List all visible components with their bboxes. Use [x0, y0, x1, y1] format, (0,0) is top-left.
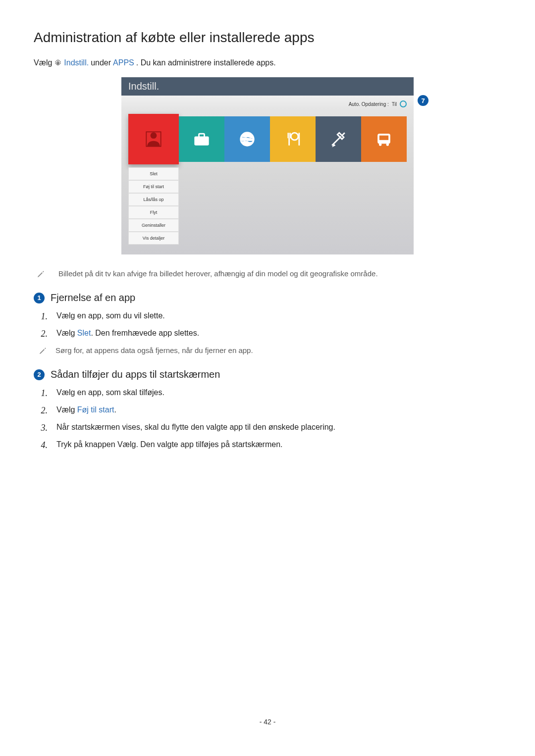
badge-7: 7 — [418, 95, 428, 106]
context-menu: Slet Føj til start Lås/lås op Flyt Genin… — [128, 167, 179, 245]
step-text: Vælg en app, som skal tilføjes. — [56, 388, 164, 397]
bus-icon — [373, 128, 395, 150]
photo-person-icon — [143, 128, 164, 150]
section-2-steps: 1. Vælg en app, som skal tilføjes. 2. Væ… — [39, 388, 501, 451]
intro-settings-link: Indstill. — [64, 58, 89, 67]
subnote-text: Sørg for, at appens data også fjernes, n… — [55, 346, 253, 354]
globe-icon — [236, 128, 258, 150]
intro-line: Vælg Indstill. under APPS. Du kan admini… — [34, 58, 501, 67]
menu-item-delete[interactable]: Slet — [128, 167, 179, 180]
step-num: 1. — [39, 388, 48, 399]
step-text: Vælg en app, som du vil slette. — [56, 311, 165, 320]
step-num: 4. — [39, 440, 48, 451]
auto-update-value: Til — [392, 101, 397, 107]
step-link-foj: Føj til start — [77, 405, 114, 414]
section-2-badge: 2 — [34, 369, 45, 380]
svg-rect-8 — [379, 136, 388, 140]
svg-point-6 — [291, 133, 298, 140]
tools-icon — [327, 128, 349, 150]
screen-topbar: Indstill. — [121, 77, 414, 96]
tv-screenshot: 7 Indstill. Auto. Opdatering : Til — [121, 77, 414, 254]
step-post: . — [114, 405, 116, 414]
app-tile-6[interactable] — [361, 116, 407, 162]
step-2-1: 1. Vælg en app, som skal tilføjes. — [39, 388, 501, 399]
intro-post: . Du kan administrere installerede apps. — [136, 58, 276, 67]
auto-update-label: Auto. Opdatering : — [349, 101, 389, 107]
briefcase-icon — [191, 128, 213, 150]
step-pre: Vælg — [56, 329, 77, 337]
step-num: 3. — [39, 423, 48, 433]
gear-icon — [54, 59, 62, 67]
section-1-head: 1 Fjernelse af en app — [34, 292, 501, 303]
pencil-icon — [39, 347, 47, 355]
step-1-2: 2. Vælg Slet. Den fremhævede app slettes… — [39, 329, 501, 339]
pencil-icon — [37, 270, 45, 278]
step-2-2: 2. Vælg Føj til start. — [39, 405, 501, 416]
context-menu-area: 1 2 3 4 5 6 Slet Føj til start Lås/lås o… — [121, 170, 414, 254]
note-row-1: Billedet på dit tv kan afvige fra billed… — [34, 269, 501, 278]
note-text-1: Billedet på dit tv kan afvige fra billed… — [58, 269, 378, 278]
step-num: 1. — [39, 311, 48, 322]
svg-rect-4 — [199, 134, 205, 137]
svg-point-5 — [240, 132, 254, 146]
menu-item-lock[interactable]: Lås/lås op — [128, 193, 179, 206]
food-icon — [282, 128, 304, 150]
intro-pre: Vælg — [34, 58, 52, 67]
step-text: Vælg Føj til start. — [56, 405, 116, 414]
step-pre: Vælg — [56, 405, 77, 414]
section-1-badge: 1 — [34, 293, 45, 303]
step-2-4: 4. Tryk på knappen Vælg. Den valgte app … — [39, 440, 501, 451]
intro-mid: under — [91, 58, 111, 67]
section-1-steps: 1. Vælg en app, som du vil slette. 2. Væ… — [39, 311, 501, 339]
step-2-3: 3. Når startskærmen vises, skal du flytt… — [39, 423, 501, 433]
menu-item-details[interactable]: Vis detaljer — [128, 232, 179, 245]
svg-point-1 — [151, 132, 157, 139]
step-1-1: 1. Vælg en app, som du vil slette. — [39, 311, 501, 322]
section-2-head: 2 Sådan tilføjer du apps til startskærme… — [34, 369, 501, 380]
step-num: 2. — [39, 405, 48, 416]
step-text: Vælg Slet. Den fremhævede app slettes. — [56, 329, 199, 338]
app-tiles — [121, 110, 414, 170]
app-tile-selected[interactable] — [128, 114, 179, 164]
app-tile-4[interactable] — [270, 116, 316, 162]
app-tile-5[interactable] — [316, 116, 361, 162]
intro-apps-link: APPS — [113, 58, 134, 67]
menu-item-reinstall[interactable]: Geninstaller — [128, 219, 179, 232]
app-tile-2[interactable] — [179, 116, 224, 162]
page-number: - 42 - — [34, 718, 501, 726]
svg-point-9 — [379, 143, 382, 146]
section-2-title: Sådan tilføjer du apps til startskærmen — [51, 369, 220, 380]
step-link-slet: Slet — [77, 329, 91, 337]
step-post: . Den fremhævede app slettes. — [91, 329, 199, 337]
step-text: Når startskærmen vises, skal du flytte d… — [56, 423, 335, 432]
page-title: Administration af købte eller installere… — [34, 30, 501, 46]
section-1-title: Fjernelse af en app — [51, 292, 135, 303]
svg-point-0 — [57, 62, 59, 64]
menu-item-add-home[interactable]: Føj til start — [128, 180, 179, 193]
step-text: Tryk på knappen Vælg. Den valgte app til… — [56, 440, 283, 449]
auto-update-row: Auto. Opdatering : Til — [121, 96, 414, 110]
auto-update-toggle[interactable] — [400, 101, 407, 107]
app-tile-3[interactable] — [224, 116, 270, 162]
menu-item-move[interactable]: Flyt — [128, 206, 179, 219]
step-num: 2. — [39, 329, 48, 339]
svg-point-10 — [386, 143, 389, 146]
section-1-subnote: Sørg for, at appens data også fjernes, n… — [39, 346, 501, 355]
